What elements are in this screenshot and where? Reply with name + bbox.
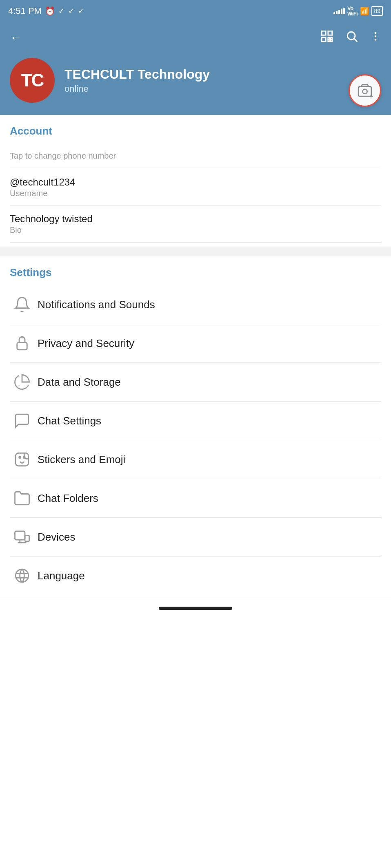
check-icons: ✓ ✓ ✓ xyxy=(58,7,85,15)
home-indicator xyxy=(159,607,232,610)
svg-rect-4 xyxy=(331,37,332,39)
status-right: VoWiFi 📶 89 xyxy=(333,6,383,16)
svg-point-10 xyxy=(375,35,377,37)
battery-level: 89 xyxy=(374,8,380,14)
settings-section-title: Settings xyxy=(10,266,381,279)
status-left: 4:51 PM ⏰ ✓ ✓ ✓ xyxy=(8,6,85,16)
bottom-bar xyxy=(0,599,391,615)
phone-field[interactable]: Tap to change phone number xyxy=(10,144,381,169)
account-section-title: Account xyxy=(10,125,381,137)
svg-point-24 xyxy=(16,569,29,582)
avatar-initials: TC xyxy=(21,70,44,91)
settings-item-privacy[interactable]: Privacy and Security xyxy=(10,324,381,363)
profile-name: TECHCULT Technology xyxy=(64,66,381,82)
svg-point-11 xyxy=(375,38,377,40)
profile-info: TECHCULT Technology online xyxy=(64,66,381,94)
svg-line-8 xyxy=(354,39,357,42)
settings-item-chat[interactable]: Chat Settings xyxy=(10,402,381,440)
chat-settings-label: Chat Settings xyxy=(38,415,101,427)
avatar[interactable]: TC xyxy=(10,58,55,103)
settings-item-stickers[interactable]: Stickers and Emoji xyxy=(10,440,381,479)
svg-rect-6 xyxy=(331,40,332,41)
settings-item-data[interactable]: Data and Storage xyxy=(10,363,381,402)
bio-value: Technology twisted xyxy=(10,213,381,225)
notifications-label: Notifications and Sounds xyxy=(38,298,155,311)
settings-item-folders[interactable]: Chat Folders xyxy=(10,479,381,518)
chat-icon-wrap xyxy=(10,412,34,429)
username-label: Username xyxy=(10,189,381,198)
svg-rect-16 xyxy=(17,342,27,350)
folder-icon-wrap xyxy=(10,490,34,507)
qr-code-button[interactable] xyxy=(320,29,334,46)
settings-section: Settings Notifications and Sounds Privac… xyxy=(0,256,391,599)
globe-icon-wrap xyxy=(10,567,34,584)
vo-wifi-label: VoWiFi xyxy=(347,6,358,16)
sticker-icon-wrap xyxy=(10,451,34,468)
time-display: 4:51 PM xyxy=(8,6,42,16)
search-button[interactable] xyxy=(345,30,358,46)
add-photo-inner xyxy=(357,83,373,98)
devices-label: Devices xyxy=(38,531,75,543)
svg-rect-1 xyxy=(328,31,332,35)
status-bar: 4:51 PM ⏰ ✓ ✓ ✓ VoWiFi 📶 89 xyxy=(0,0,391,21)
lock-icon-wrap xyxy=(10,335,34,352)
header-action-icons xyxy=(320,29,381,46)
profile-section: TC TECHCULT Technology online xyxy=(0,54,391,115)
svg-rect-2 xyxy=(322,37,326,41)
svg-rect-3 xyxy=(328,37,330,39)
data-storage-label: Data and Storage xyxy=(38,376,121,389)
phone-hint: Tap to change phone number xyxy=(10,151,381,161)
privacy-label: Privacy and Security xyxy=(38,337,134,350)
svg-point-7 xyxy=(347,32,355,40)
settings-item-notifications[interactable]: Notifications and Sounds xyxy=(10,285,381,324)
settings-item-devices[interactable]: Devices xyxy=(10,518,381,557)
signal-bars xyxy=(333,8,345,14)
add-photo-button[interactable] xyxy=(349,74,381,107)
bio-field[interactable]: Technology twisted Bio xyxy=(10,206,381,243)
stickers-label: Stickers and Emoji xyxy=(38,453,125,466)
settings-item-language[interactable]: Language xyxy=(10,557,381,595)
svg-rect-0 xyxy=(322,31,326,35)
bio-label: Bio xyxy=(10,225,381,235)
wifi-icon: 📶 xyxy=(360,7,369,15)
svg-rect-20 xyxy=(15,531,25,540)
more-menu-button[interactable] xyxy=(370,31,381,45)
bell-icon-wrap xyxy=(10,296,34,313)
username-value: @techcult1234 xyxy=(10,177,381,188)
pie-chart-icon-wrap xyxy=(10,373,34,391)
alarm-icon: ⏰ xyxy=(45,6,55,16)
username-field[interactable]: @techcult1234 Username xyxy=(10,169,381,206)
section-divider xyxy=(0,247,391,256)
header-bar: ← xyxy=(0,21,391,54)
svg-point-13 xyxy=(362,89,367,94)
profile-status: online xyxy=(64,84,381,94)
account-section: Account Tap to change phone number @tech… xyxy=(0,115,391,247)
svg-rect-17 xyxy=(16,453,29,466)
settings-list: Notifications and Sounds Privacy and Sec… xyxy=(10,285,381,595)
devices-icon-wrap xyxy=(10,528,34,546)
battery-indicator: 89 xyxy=(371,6,383,16)
svg-rect-5 xyxy=(328,40,330,41)
back-button[interactable]: ← xyxy=(10,31,22,44)
language-label: Language xyxy=(38,570,85,582)
chat-folders-label: Chat Folders xyxy=(38,492,98,505)
svg-rect-21 xyxy=(25,536,29,541)
svg-point-18 xyxy=(19,457,21,458)
svg-point-9 xyxy=(375,32,377,34)
